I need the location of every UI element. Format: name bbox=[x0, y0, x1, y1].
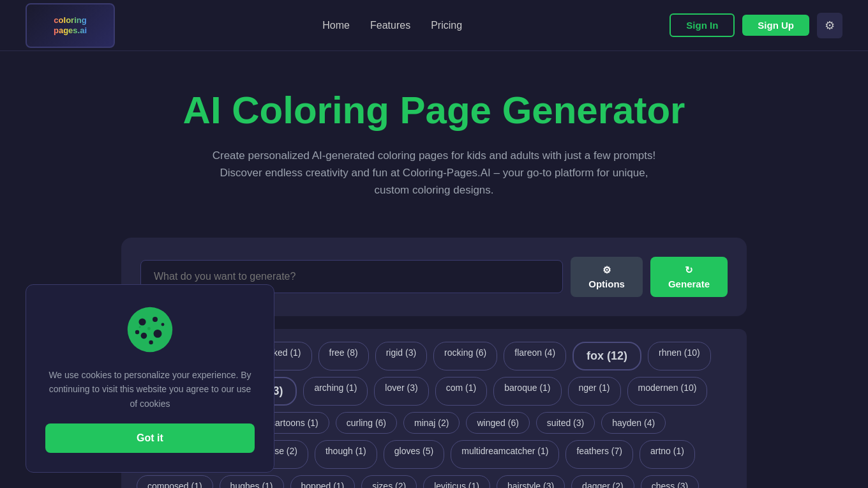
options-button[interactable]: ⚙ Options bbox=[571, 257, 643, 297]
refresh-icon: ↻ bbox=[685, 264, 693, 276]
tag-item[interactable]: com (1) bbox=[435, 377, 487, 406]
tag-item[interactable]: sizes (2) bbox=[361, 475, 417, 488]
tag-item[interactable]: leviticus (1) bbox=[423, 475, 490, 488]
tag-item[interactable]: feathers (7) bbox=[565, 440, 633, 469]
cookie-text: We use cookies to personalize your exper… bbox=[45, 368, 255, 411]
options-label: Options bbox=[588, 278, 625, 289]
signin-button[interactable]: Sign In bbox=[670, 13, 735, 37]
nav-pricing[interactable]: Pricing bbox=[431, 20, 462, 31]
tag-item[interactable]: hughes (1) bbox=[220, 475, 284, 488]
tag-item[interactable]: though (1) bbox=[315, 440, 377, 469]
tag-item[interactable]: baroque (1) bbox=[493, 377, 561, 406]
tag-item[interactable]: arching (1) bbox=[303, 377, 368, 406]
nav-features[interactable]: Features bbox=[370, 20, 410, 31]
svg-point-3 bbox=[154, 330, 162, 338]
tag-item[interactable]: artno (1) bbox=[640, 440, 695, 469]
nav-actions: Sign In Sign Up ⚙ bbox=[670, 13, 842, 38]
tag-item[interactable]: lover (3) bbox=[374, 377, 428, 406]
nav-home[interactable]: Home bbox=[322, 20, 350, 31]
tag-item[interactable]: hayden (4) bbox=[601, 412, 666, 434]
tag-item[interactable]: composed (1) bbox=[137, 475, 213, 488]
navbar: coloringpages.ai Home Features Pricing S… bbox=[0, 0, 868, 51]
generate-label: Generate bbox=[668, 278, 710, 289]
settings-button[interactable]: ⚙ bbox=[817, 13, 842, 38]
hero-title: AI Coloring Page Generator bbox=[13, 89, 855, 132]
cookie-icon bbox=[124, 304, 176, 355]
tag-item[interactable]: hairstyle (3) bbox=[497, 475, 565, 488]
tag-item[interactable]: rocking (6) bbox=[433, 342, 497, 370]
tag-item[interactable]: modernen (10) bbox=[627, 377, 708, 406]
tag-item[interactable]: gloves (5) bbox=[384, 440, 444, 469]
svg-point-6 bbox=[135, 330, 139, 334]
tag-item[interactable]: winged (6) bbox=[466, 412, 529, 434]
tag-item[interactable]: chess (3) bbox=[641, 475, 700, 488]
svg-point-8 bbox=[147, 327, 151, 330]
logo-text: coloringpages.ai bbox=[54, 15, 87, 35]
tag-item[interactable]: nger (1) bbox=[568, 377, 621, 406]
tag-item[interactable]: minaj (2) bbox=[403, 412, 460, 434]
svg-point-4 bbox=[141, 333, 147, 339]
svg-point-1 bbox=[138, 318, 146, 325]
gear-icon: ⚙ bbox=[602, 264, 611, 276]
tag-item[interactable]: multidreamcatcher (1) bbox=[451, 440, 559, 469]
hero-section: AI Coloring Page Generator Create person… bbox=[0, 51, 868, 218]
tag-item[interactable]: suited (3) bbox=[536, 412, 595, 434]
gear-icon: ⚙ bbox=[825, 19, 835, 33]
svg-point-2 bbox=[153, 317, 158, 322]
tag-item[interactable]: rigid (3) bbox=[375, 342, 427, 370]
tag-item[interactable]: fox (12) bbox=[572, 342, 641, 370]
tag-item[interactable]: hopped (1) bbox=[290, 475, 355, 488]
got-it-button[interactable]: Got it bbox=[45, 423, 255, 453]
tag-item[interactable]: free (8) bbox=[318, 342, 369, 370]
generate-button[interactable]: ↻ Generate bbox=[650, 257, 728, 297]
tag-item[interactable]: curling (6) bbox=[336, 412, 397, 434]
logo[interactable]: coloringpages.ai bbox=[26, 3, 115, 48]
tag-item[interactable]: dagger (2) bbox=[571, 475, 634, 488]
tag-item[interactable]: flareon (4) bbox=[504, 342, 566, 370]
cookie-icon-area bbox=[45, 304, 255, 358]
svg-point-5 bbox=[149, 340, 153, 344]
tag-item[interactable]: rhnen (10) bbox=[648, 342, 711, 370]
cookie-banner: We use cookies to personalize your exper… bbox=[26, 284, 274, 473]
signup-button[interactable]: Sign Up bbox=[742, 15, 809, 36]
svg-point-9 bbox=[138, 326, 140, 328]
hero-subtitle: Create personalized AI-generated colorin… bbox=[211, 147, 657, 199]
svg-point-7 bbox=[161, 323, 165, 326]
nav-links: Home Features Pricing bbox=[322, 20, 462, 31]
